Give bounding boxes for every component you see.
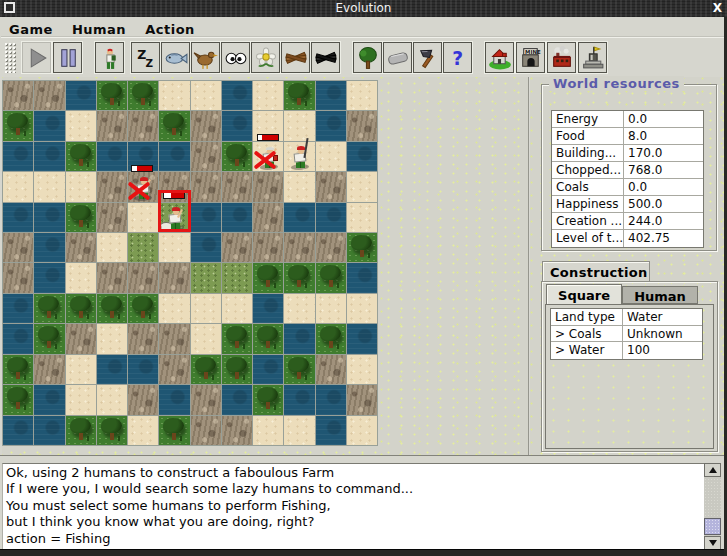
map-tile-sand[interactable] — [66, 385, 97, 415]
map-tile-forest[interactable] — [222, 324, 253, 354]
map-tile-sand[interactable] — [97, 324, 128, 354]
map-tile-dirt[interactable] — [66, 233, 97, 263]
toolbar-pause-button[interactable] — [53, 42, 82, 73]
map-tile-forest[interactable] — [34, 294, 65, 324]
map-tile-water[interactable] — [34, 111, 65, 141]
map-tile-forest[interactable] — [34, 324, 65, 354]
toolbar-monument-button[interactable] — [578, 42, 607, 73]
map-tile-forest[interactable] — [316, 263, 347, 293]
map-tile-sand[interactable] — [191, 294, 222, 324]
map-tile-dirt[interactable] — [191, 111, 222, 141]
map-tile-dirt[interactable] — [284, 233, 315, 263]
toolbar-stone-button[interactable] — [383, 42, 412, 73]
scrollbar-thumb[interactable] — [704, 518, 721, 535]
map-tile-water[interactable] — [253, 355, 284, 385]
close-button[interactable]: X — [713, 1, 722, 15]
map-tile-sand[interactable] — [284, 142, 315, 172]
map-tile-dirt[interactable] — [222, 233, 253, 263]
map-tile-dirt[interactable] — [159, 263, 190, 293]
map-tile-dirt[interactable] — [222, 172, 253, 202]
map-tile-water[interactable] — [159, 142, 190, 172]
map-tile-dirt[interactable] — [97, 172, 128, 202]
map-tile-dirt[interactable] — [159, 172, 190, 202]
map-tile-dirt[interactable] — [34, 355, 65, 385]
map-tile-sand[interactable] — [128, 416, 159, 446]
map-tile-water[interactable] — [347, 263, 378, 293]
map-tile-water[interactable] — [3, 203, 34, 233]
toolbar-sleep-button[interactable]: ZZ — [131, 42, 160, 73]
map-tile-dirt[interactable] — [159, 355, 190, 385]
scroll-up-button[interactable] — [704, 463, 721, 477]
map-tile-water[interactable] — [34, 416, 65, 446]
map-tile-dirt[interactable] — [128, 324, 159, 354]
map-tile-water[interactable] — [3, 142, 34, 172]
map-tile-sand[interactable] — [284, 294, 315, 324]
map-tile-sand[interactable] — [347, 294, 378, 324]
map-tile-water[interactable] — [34, 233, 65, 263]
map-tile-dirt[interactable] — [191, 416, 222, 446]
map-tile-grass[interactable] — [222, 263, 253, 293]
map-tile-water[interactable] — [128, 355, 159, 385]
map-tile-water[interactable] — [347, 142, 378, 172]
map-tile-sand[interactable] — [66, 111, 97, 141]
map-tile-dirt[interactable] — [253, 172, 284, 202]
map-tile-sand[interactable] — [253, 416, 284, 446]
map-tile-dirt[interactable] — [253, 203, 284, 233]
tab-square[interactable]: Square — [546, 284, 622, 304]
menu-human[interactable]: Human — [72, 22, 126, 37]
tab-construction[interactable]: Construction — [542, 261, 650, 282]
map-tile-sand[interactable] — [159, 81, 190, 111]
map-tile-water[interactable] — [3, 294, 34, 324]
map-tile-sand[interactable] — [66, 355, 97, 385]
map-tile-sand[interactable] — [159, 233, 190, 263]
toolbar-human-button[interactable] — [95, 42, 124, 73]
toolbar-mine-button[interactable]: MINE — [516, 42, 545, 73]
map-tile-water[interactable] — [284, 203, 315, 233]
map-tile-water[interactable] — [222, 385, 253, 415]
map-tile-sand[interactable] — [253, 142, 284, 172]
toolbar-flower-button[interactable] — [251, 42, 280, 73]
map-tile-forest[interactable] — [97, 81, 128, 111]
map-tile-dirt[interactable] — [3, 81, 34, 111]
map-tile-water[interactable] — [316, 81, 347, 111]
map-tile-sand[interactable] — [284, 416, 315, 446]
map-tile-dirt[interactable] — [3, 233, 34, 263]
map-tile-dirt[interactable] — [97, 203, 128, 233]
map-tile-sand[interactable] — [66, 172, 97, 202]
map-tile-dirt[interactable] — [34, 81, 65, 111]
map-tile-forest[interactable] — [222, 142, 253, 172]
map-tile-forest[interactable] — [316, 324, 347, 354]
map-tile-sand[interactable] — [347, 81, 378, 111]
map-tile-forest[interactable] — [97, 416, 128, 446]
map-tile-sand[interactable] — [128, 203, 159, 233]
map-tile-dirt[interactable] — [97, 111, 128, 141]
map-tile-forest[interactable] — [284, 81, 315, 111]
map-tile-dirt[interactable] — [66, 324, 97, 354]
map-tile-forest[interactable] — [159, 416, 190, 446]
map-tile-sand[interactable] — [97, 233, 128, 263]
map-tile-water[interactable] — [66, 81, 97, 111]
map-tile-forest[interactable] — [191, 355, 222, 385]
toolbar-play-button[interactable] — [22, 42, 51, 73]
map-tile-dirt[interactable] — [128, 111, 159, 141]
map-tile-sand[interactable] — [253, 111, 284, 141]
map-tile-water[interactable] — [34, 385, 65, 415]
map-tile-forest[interactable] — [347, 233, 378, 263]
map-tile-water[interactable] — [159, 385, 190, 415]
map-tile-water[interactable] — [222, 111, 253, 141]
toolbar-tree-button[interactable] — [353, 42, 382, 73]
map-tile-sand[interactable] — [347, 416, 378, 446]
map-tile-sand[interactable] — [34, 172, 65, 202]
map-tile-sand[interactable] — [97, 385, 128, 415]
map-tile-water[interactable] — [316, 385, 347, 415]
map-tile-forest[interactable] — [66, 142, 97, 172]
map-tile-dirt[interactable] — [97, 263, 128, 293]
toolbar-wood-button[interactable] — [281, 42, 310, 73]
map-tile-dirt[interactable] — [347, 385, 378, 415]
map-tile-grass[interactable] — [128, 233, 159, 263]
log-text-area[interactable]: Ok, using 2 humans to construct a faboul… — [2, 463, 704, 550]
map-tile-grass[interactable] — [191, 263, 222, 293]
map-tile-forest[interactable] — [3, 355, 34, 385]
toolbar-fish-button[interactable] — [161, 42, 190, 73]
map-tile-sand[interactable] — [222, 294, 253, 324]
